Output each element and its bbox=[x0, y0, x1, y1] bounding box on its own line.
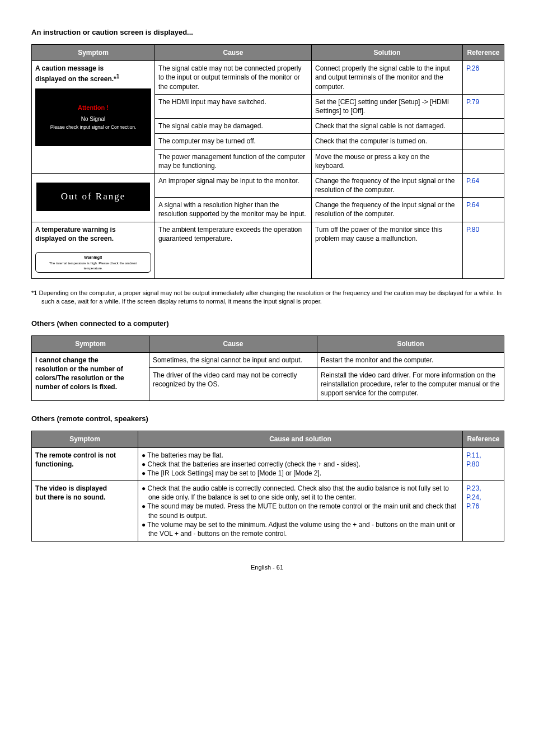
cell-solution: Check that the computer is turned on. bbox=[312, 134, 463, 149]
cell-symptom-caution: A caution message is displayed on the sc… bbox=[32, 61, 155, 174]
cell-solution: Restart the monitor and the computer. bbox=[317, 352, 504, 367]
section-title-others-computer: Others (when connected to a computer) bbox=[31, 319, 503, 328]
symptom-text-part: displayed on the screen.* bbox=[35, 75, 116, 83]
symptom-text: The remote control is not bbox=[35, 451, 116, 459]
footnote-marker: 1 bbox=[116, 73, 120, 80]
osd-attention-title: Attention ! bbox=[39, 103, 148, 113]
bullet-item: ● Check that the batteries are inserted … bbox=[142, 460, 459, 469]
table-header-row: Symptom Cause Solution Reference bbox=[32, 45, 504, 61]
cell-reference bbox=[463, 134, 504, 149]
symptom-text: number of colors is fixed. bbox=[35, 383, 117, 391]
bullet-item: ● The sound may be muted. Press the MUTE… bbox=[142, 502, 459, 520]
ref-link[interactable]: P.23, bbox=[466, 484, 481, 492]
ref-link[interactable]: P.80 bbox=[466, 460, 479, 468]
cell-cause-solution: ● Check that the audio cable is correctl… bbox=[138, 481, 463, 542]
cell-cause: The ambient temperature exceeds the oper… bbox=[155, 222, 312, 278]
bullet-item: ● The volume may be set to the minimum. … bbox=[142, 520, 459, 538]
cell-reference: P.26 bbox=[463, 61, 504, 95]
osd-warning-wrap: Warning!! The internal temperature is hi… bbox=[35, 252, 151, 273]
table-row: Out of Range An improper signal may be i… bbox=[32, 173, 504, 197]
ref-link[interactable]: P.24, bbox=[466, 493, 481, 501]
col-reference: Reference bbox=[463, 45, 504, 61]
symptom-text: displayed on the screen.*1 bbox=[35, 75, 119, 83]
col-solution: Solution bbox=[317, 336, 504, 352]
table-header-row: Symptom Cause and solution Reference bbox=[32, 431, 504, 447]
cell-reference: P.79 bbox=[463, 94, 504, 118]
cell-reference bbox=[463, 119, 504, 134]
cell-solution: Change the frequency of the input signal… bbox=[312, 198, 463, 222]
table-row: A caution message is displayed on the sc… bbox=[32, 61, 504, 95]
cell-symptom-remote: The remote control is not functioning. bbox=[32, 447, 138, 481]
col-reference: Reference bbox=[463, 431, 504, 447]
cell-cause-solution: ● The batteries may be flat. ● Check tha… bbox=[138, 447, 463, 481]
ref-link[interactable]: P.80 bbox=[466, 226, 479, 234]
ref-link[interactable]: P.11, bbox=[466, 451, 481, 459]
cell-cause: The signal cable may not be connected pr… bbox=[155, 61, 312, 95]
cell-solution: Change the frequency of the input signal… bbox=[312, 173, 463, 197]
symptom-text: I cannot change the bbox=[35, 356, 99, 364]
table-header-row: Symptom Cause Solution bbox=[32, 336, 504, 352]
cell-cause: The signal cable may be damaged. bbox=[155, 119, 312, 134]
symptom-text: resolution or the number of bbox=[35, 365, 123, 373]
cell-symptom-tempwarning: A temperature warning is displayed on th… bbox=[32, 222, 155, 278]
col-symptom: Symptom bbox=[32, 431, 138, 447]
bullet-item: ● Check that the audio cable is correctl… bbox=[142, 484, 459, 502]
cell-cause: The computer may be turned off. bbox=[155, 134, 312, 149]
symptom-text: displayed on the screen. bbox=[35, 235, 114, 242]
cell-cause: The driver of the video card may not be … bbox=[149, 367, 317, 401]
osd-warning-body: The internal temperature is high. Please… bbox=[49, 262, 137, 270]
table-row: I cannot change the resolution or the nu… bbox=[32, 352, 504, 367]
table-instruction: Symptom Cause Solution Reference A cauti… bbox=[31, 44, 504, 279]
cell-solution: Reinstall the video card driver. For mor… bbox=[317, 367, 504, 401]
col-cause-solution: Cause and solution bbox=[138, 431, 463, 447]
ref-link[interactable]: P.64 bbox=[466, 177, 479, 185]
cell-symptom-outofrange: Out of Range bbox=[32, 173, 155, 222]
osd-attention-line: Please check input signal or Connection. bbox=[39, 124, 148, 132]
osd-attention-box: Attention ! No Signal Please check input… bbox=[35, 88, 151, 146]
table-row: The remote control is not functioning. ●… bbox=[32, 447, 504, 481]
table-row: A temperature warning is displayed on th… bbox=[32, 222, 504, 278]
cell-symptom-resolution: I cannot change the resolution or the nu… bbox=[32, 352, 149, 401]
bullet-item: ● The batteries may be flat. bbox=[142, 451, 459, 460]
footnote-1: *1 Depending on the computer, a proper s… bbox=[31, 289, 503, 306]
osd-attention-line: No Signal bbox=[39, 115, 148, 124]
cell-reference: P.11, P.80 bbox=[463, 447, 504, 481]
cell-reference: P.23, P.24, P.76 bbox=[463, 481, 504, 542]
symptom-text: The video is displayed bbox=[35, 484, 107, 492]
cell-cause: The power management function of the com… bbox=[155, 149, 312, 173]
cell-cause: Sometimes, the signal cannot be input an… bbox=[149, 352, 317, 367]
osd-warning-box: Warning!! The internal temperature is hi… bbox=[35, 252, 151, 273]
section-title-others-remote: Others (remote control, speakers) bbox=[31, 414, 503, 423]
cell-reference: P.64 bbox=[463, 173, 504, 197]
cell-cause: The HDMI input may have switched. bbox=[155, 94, 312, 118]
ref-link[interactable]: P.76 bbox=[466, 502, 479, 510]
cell-solution: Move the mouse or press a key on the key… bbox=[312, 149, 463, 173]
ref-link[interactable]: P.26 bbox=[466, 64, 479, 72]
osd-out-of-range-box: Out of Range bbox=[36, 183, 150, 211]
cell-solution: Check that the signal cable is not damag… bbox=[312, 119, 463, 134]
table-others-computer: Symptom Cause Solution I cannot change t… bbox=[31, 335, 504, 401]
symptom-text: but there is no sound. bbox=[35, 493, 105, 501]
col-cause: Cause bbox=[149, 336, 317, 352]
osd-warning-title: Warning!! bbox=[41, 255, 145, 261]
col-symptom: Symptom bbox=[32, 336, 149, 352]
table-row: The video is displayed but there is no s… bbox=[32, 481, 504, 542]
cell-reference bbox=[463, 149, 504, 173]
col-solution: Solution bbox=[312, 45, 463, 61]
page-footer: English - 61 bbox=[31, 564, 503, 571]
col-symptom: Symptom bbox=[32, 45, 155, 61]
ref-link[interactable]: P.79 bbox=[466, 98, 479, 106]
table-others-remote: Symptom Cause and solution Reference The… bbox=[31, 431, 504, 542]
cell-cause: A signal with a resolution higher than t… bbox=[155, 198, 312, 222]
cell-solution: Turn off the power of the monitor since … bbox=[312, 222, 463, 278]
cell-reference: P.64 bbox=[463, 198, 504, 222]
bullet-item: ● The [IR Lock Settings] may be set to [… bbox=[142, 469, 459, 478]
ref-link[interactable]: P.64 bbox=[466, 201, 479, 209]
section-title-instruction: An instruction or caution screen is disp… bbox=[31, 28, 503, 36]
symptom-text: A temperature warning is bbox=[35, 226, 116, 234]
cell-cause: An improper signal may be input to the m… bbox=[155, 173, 312, 197]
symptom-text: A caution message is bbox=[35, 64, 104, 72]
symptom-text: functioning. bbox=[35, 460, 74, 468]
col-cause: Cause bbox=[155, 45, 312, 61]
cell-reference: P.80 bbox=[463, 222, 504, 278]
